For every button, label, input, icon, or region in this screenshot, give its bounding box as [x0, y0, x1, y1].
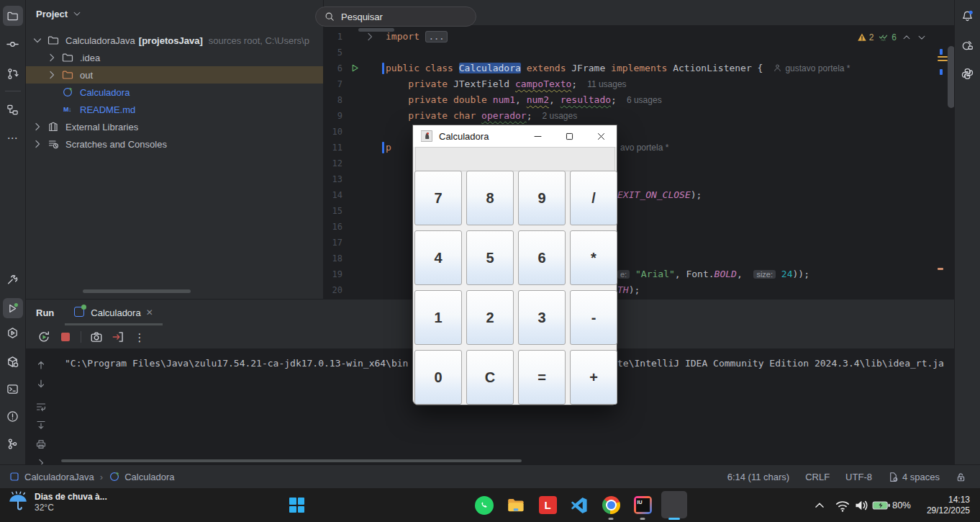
- taskbar-app-l-app[interactable]: L: [532, 489, 563, 521]
- chevron-down-icon[interactable]: [32, 35, 43, 46]
- calc-button-*[interactable]: *: [570, 230, 617, 285]
- run-tool-icon[interactable]: [3, 298, 23, 318]
- print-icon[interactable]: [35, 438, 47, 450]
- more-options-icon[interactable]: ⋮: [133, 330, 146, 343]
- battery-icon[interactable]: [872, 498, 891, 513]
- project-tool-icon[interactable]: [3, 6, 23, 26]
- tree-item-readme-md[interactable]: M↓README.md: [26, 101, 323, 118]
- down-arrow-icon[interactable]: [35, 378, 47, 390]
- breadcrumb[interactable]: CalculadoraJava › Calculadora: [9, 471, 175, 482]
- project-horizontal-scrollbar[interactable]: [83, 289, 191, 293]
- code-line-7[interactable]: 7 private JTextField campoTexto;11 usage…: [324, 76, 957, 92]
- chevron-right-icon[interactable]: [35, 457, 47, 464]
- taskbar-app-explorer[interactable]: [500, 489, 532, 521]
- taskbar-app-java-app[interactable]: [658, 489, 690, 521]
- calc-button-+[interactable]: +: [570, 350, 617, 405]
- notifications-icon[interactable]: [958, 6, 978, 26]
- chevron-down-icon[interactable]: [72, 9, 82, 19]
- chevron-right-icon[interactable]: [32, 138, 43, 150]
- next-problem-icon[interactable]: [917, 32, 927, 42]
- chevron-right-icon[interactable]: [32, 121, 43, 132]
- tree-item-scratches-and-consoles[interactable]: Scratches and Consoles: [26, 135, 323, 153]
- run-line-icon[interactable]: [350, 63, 360, 73]
- calc-button-C[interactable]: C: [466, 350, 514, 405]
- ai-assistant-icon[interactable]: [958, 35, 978, 55]
- structure-tool-icon[interactable]: [3, 99, 23, 120]
- close-button[interactable]: [585, 125, 617, 147]
- calc-button-2[interactable]: 2: [466, 290, 514, 345]
- tree-item-external-libraries[interactable]: External Libraries: [26, 118, 323, 135]
- code-line-8[interactable]: 8 private double num1, num2, resultado;6…: [324, 92, 957, 108]
- maximize-button[interactable]: [553, 125, 585, 147]
- wifi-icon[interactable]: [835, 498, 850, 513]
- tree-item-calculadora[interactable]: Calculadora: [26, 84, 323, 101]
- clock[interactable]: 14:13 29/12/2025: [927, 495, 970, 516]
- calc-button-5[interactable]: 5: [466, 230, 514, 285]
- taskbar-app-intellij[interactable]: [627, 489, 658, 521]
- version-control-tool-icon[interactable]: [3, 63, 23, 84]
- calc-button-/[interactable]: /: [570, 171, 617, 225]
- file-encoding[interactable]: UTF-8: [845, 472, 872, 482]
- terminal-tool-icon[interactable]: [3, 379, 23, 399]
- calc-button-7[interactable]: 7: [414, 171, 462, 225]
- calc-button-9[interactable]: 9: [518, 171, 566, 225]
- caret-position[interactable]: 6:14 (11 chars): [727, 472, 789, 482]
- taskbar-search[interactable]: Pesquisar: [315, 6, 476, 27]
- lock-icon[interactable]: [956, 471, 967, 482]
- console-horizontal-scrollbar[interactable]: [61, 459, 522, 462]
- calc-button-0[interactable]: 0: [414, 350, 462, 405]
- author-annotation[interactable]: gustavo portela *: [773, 63, 850, 73]
- close-icon[interactable]: ✕: [146, 307, 153, 318]
- calculator-title-bar[interactable]: Calculadora: [413, 125, 617, 147]
- calc-button-3[interactable]: 3: [518, 290, 566, 345]
- prev-problem-icon[interactable]: [902, 32, 912, 42]
- chevron-right-icon[interactable]: [46, 52, 58, 63]
- calc-button-8[interactable]: 8: [466, 171, 514, 225]
- inspections-widget[interactable]: 2 6: [857, 32, 927, 42]
- calc-button-4[interactable]: 4: [414, 230, 462, 285]
- start-button[interactable]: [289, 498, 304, 513]
- run-tab-calculadora[interactable]: Calculadora ✕: [74, 307, 153, 318]
- tray-chevron-up-icon[interactable]: [813, 499, 826, 512]
- python-packages-icon[interactable]: [958, 63, 978, 84]
- tree-item-calculadorajava[interactable]: CalculadoraJava[projetosJava]sources roo…: [26, 32, 323, 49]
- commit-tool-icon[interactable]: [3, 34, 23, 54]
- calc-button--[interactable]: -: [570, 290, 617, 345]
- scroll-to-end-icon[interactable]: [35, 420, 47, 431]
- calculator-display[interactable]: [415, 147, 615, 171]
- taskbar-app-vscode[interactable]: [563, 489, 595, 521]
- chevron-right-icon[interactable]: [46, 69, 58, 81]
- calc-button-=[interactable]: =: [518, 350, 566, 405]
- code-line-9[interactable]: 9 private char operador;2 usages: [324, 108, 957, 124]
- thread-dump-icon[interactable]: [90, 330, 103, 343]
- tree-item-out[interactable]: out: [26, 66, 323, 84]
- build-tool-icon[interactable]: [3, 269, 23, 289]
- line-ending[interactable]: CRLF: [805, 472, 830, 482]
- tree-item--idea[interactable]: .idea: [26, 49, 323, 66]
- breadcrumb-file[interactable]: Calculadora: [124, 472, 174, 482]
- usages-hint[interactable]: 6 usages: [627, 95, 662, 105]
- calc-button-1[interactable]: 1: [414, 290, 462, 345]
- usages-hint[interactable]: 11 usages: [587, 79, 627, 89]
- more-tool-icon[interactable]: ⋯: [3, 128, 23, 148]
- weather-widget[interactable]: Dias de chuva à... 32°C: [7, 491, 107, 513]
- problems-tool-icon[interactable]: [3, 406, 23, 426]
- code-line-6[interactable]: 6public class Calculadora extends JFrame…: [324, 60, 957, 76]
- speaker-icon[interactable]: [853, 498, 869, 513]
- calc-button-6[interactable]: 6: [518, 230, 566, 285]
- taskbar-app-whatsapp[interactable]: [468, 489, 500, 521]
- breadcrumb-project[interactable]: CalculadoraJava: [24, 472, 94, 482]
- taskbar-app-chrome[interactable]: [595, 489, 627, 521]
- services-tool-icon[interactable]: [3, 323, 23, 343]
- code-line-5[interactable]: 5: [324, 45, 957, 60]
- fold-chevron-icon[interactable]: [364, 31, 376, 42]
- indent-setting[interactable]: 4 spaces: [888, 472, 940, 482]
- build-tools-tool-icon[interactable]: [3, 351, 23, 372]
- rerun-button[interactable]: [37, 330, 50, 343]
- detach-process-icon[interactable]: [112, 330, 124, 343]
- minimize-button[interactable]: [522, 125, 553, 147]
- usages-hint[interactable]: 2 usages: [543, 111, 578, 121]
- up-arrow-icon[interactable]: [35, 359, 47, 371]
- git-tool-icon[interactable]: [3, 433, 23, 454]
- soft-wrap-icon[interactable]: [35, 401, 47, 413]
